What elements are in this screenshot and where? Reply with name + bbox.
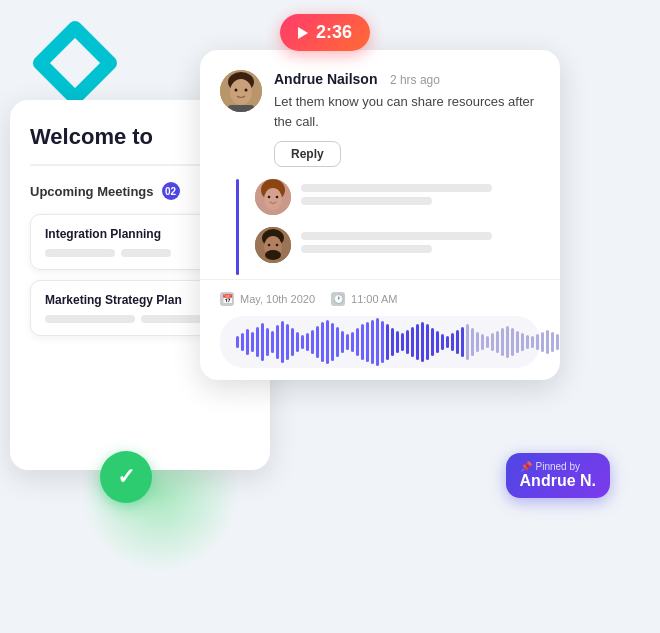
wave-bar — [261, 323, 264, 361]
wave-bar — [421, 322, 424, 362]
wave-bar — [466, 324, 469, 360]
comment-time: 2 hrs ago — [390, 73, 440, 87]
wave-bar — [241, 333, 244, 351]
wave-bar — [321, 322, 324, 362]
calendar-icon: 📅 — [220, 292, 234, 306]
wave-bar — [521, 333, 524, 351]
wave-bar — [356, 328, 359, 356]
comment-meta: Andrue Nailson 2 hrs ago Let them know y… — [274, 70, 540, 167]
wave-bar — [516, 331, 519, 353]
comment-body: Andrue Nailson 2 hrs ago Let them know y… — [200, 50, 560, 167]
wave-bar — [526, 335, 529, 349]
wave-bar — [251, 332, 254, 352]
wave-bar — [341, 331, 344, 353]
wave-bar — [411, 327, 414, 357]
pinned-label: 📌 Pinned by — [520, 461, 580, 472]
svg-point-10 — [276, 196, 279, 199]
wave-bar — [396, 331, 399, 353]
comment-text: Let them know you can share resources af… — [274, 92, 540, 131]
wave-bar — [381, 321, 384, 363]
wave-bar — [496, 331, 499, 353]
wave-bar — [471, 328, 474, 356]
clock-icon: 🕐 — [331, 292, 345, 306]
wave-bar — [311, 330, 314, 354]
pin-icon: 📌 — [520, 461, 532, 472]
wave-bar — [501, 328, 504, 356]
wave-bar — [446, 336, 449, 348]
wave-bar — [546, 330, 549, 354]
reply-avatar-2 — [255, 227, 291, 263]
wave-bar — [331, 323, 334, 361]
wave-bar — [536, 334, 539, 350]
wave-bar — [306, 333, 309, 351]
wave-bar — [506, 326, 509, 358]
wave-bar — [296, 332, 299, 352]
date-item: 📅 May, 10th 2020 — [220, 292, 315, 306]
wave-bar — [366, 322, 369, 362]
wave-bar — [361, 324, 364, 360]
wave-bar — [431, 328, 434, 356]
reply-item-1 — [255, 179, 540, 215]
wave-bar — [406, 330, 409, 354]
play-icon — [298, 27, 308, 39]
comment-card: Andrue Nailson 2 hrs ago Let them know y… — [200, 50, 560, 380]
wave-bar — [391, 328, 394, 356]
wave-bar — [486, 336, 489, 348]
wave-bar — [326, 320, 329, 364]
wave-bar — [556, 334, 559, 350]
wave-bar — [461, 327, 464, 357]
svg-point-16 — [265, 250, 281, 260]
wave-bar — [441, 334, 444, 350]
wave-bar — [236, 336, 239, 348]
reply-list — [255, 179, 540, 275]
reply-avatar-1 — [255, 179, 291, 215]
pinned-name: Andrue N. — [520, 472, 596, 490]
wave-bar — [291, 328, 294, 356]
wave-bar — [376, 318, 379, 366]
wave-bar — [476, 332, 479, 352]
wave-bar — [281, 321, 284, 363]
reply-button[interactable]: Reply — [274, 141, 341, 167]
wave-bar — [351, 332, 354, 352]
waveform[interactable] — [220, 316, 540, 368]
wave-bar — [436, 331, 439, 353]
svg-point-4 — [245, 89, 248, 92]
pinned-badge: 📌 Pinned by Andrue N. — [506, 453, 610, 498]
author-avatar — [220, 70, 262, 112]
check-circle: ✓ — [100, 451, 152, 503]
reply-separator — [236, 179, 239, 275]
svg-point-14 — [268, 244, 271, 247]
bottom-section: 📅 May, 10th 2020 🕐 11:00 AM — [200, 279, 560, 380]
svg-point-8 — [264, 188, 282, 210]
reply-lines-1 — [301, 184, 540, 210]
replies-section — [200, 167, 560, 279]
event-time: 11:00 AM — [351, 293, 397, 305]
comment-author: Andrue Nailson — [274, 71, 377, 87]
wave-bar — [451, 333, 454, 351]
meetings-badge: 02 — [162, 182, 180, 200]
wave-bar — [371, 320, 374, 364]
wave-bar — [551, 332, 554, 352]
wave-bar — [286, 324, 289, 360]
video-duration: 2:36 — [316, 22, 352, 43]
wave-bar — [301, 335, 304, 349]
wave-bar — [491, 333, 494, 351]
wave-bar — [256, 327, 259, 357]
svg-point-9 — [268, 196, 271, 199]
wave-bar — [246, 329, 249, 355]
reply-item-2 — [255, 227, 540, 263]
date-row: 📅 May, 10th 2020 🕐 11:00 AM — [220, 292, 540, 306]
wave-bar — [346, 334, 349, 350]
wave-bar — [266, 328, 269, 356]
video-badge[interactable]: 2:36 — [280, 14, 370, 51]
wave-bar — [271, 331, 274, 353]
time-item: 🕐 11:00 AM — [331, 292, 397, 306]
check-icon: ✓ — [117, 464, 135, 490]
wave-bar — [336, 327, 339, 357]
wave-bar — [456, 330, 459, 354]
wave-bar — [511, 328, 514, 356]
wave-bar — [426, 324, 429, 360]
event-date: May, 10th 2020 — [240, 293, 315, 305]
svg-point-3 — [235, 89, 238, 92]
wave-bar — [541, 332, 544, 352]
